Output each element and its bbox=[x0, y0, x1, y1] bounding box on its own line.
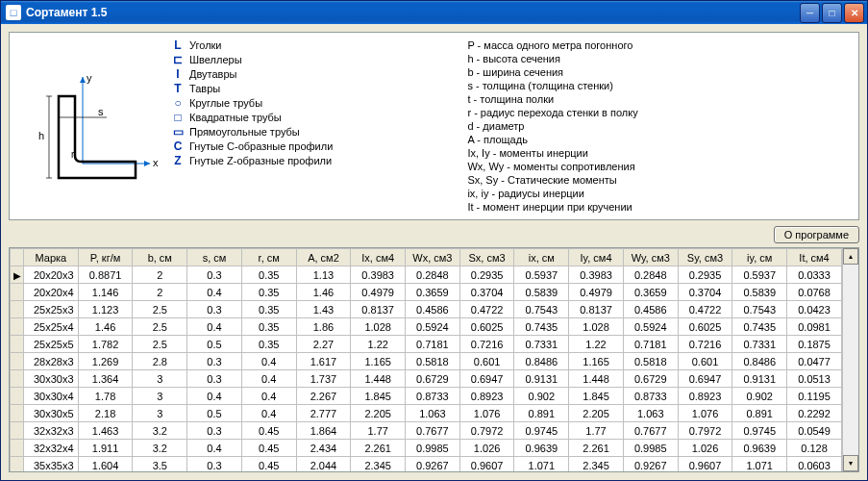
table-cell: 0.9985 bbox=[406, 440, 460, 457]
table-row[interactable]: ▶20x20x30.887120.30.351.130.39830.28480.… bbox=[11, 266, 842, 284]
table-cell: 0.891 bbox=[514, 405, 569, 422]
column-header[interactable]: Марка bbox=[24, 249, 79, 266]
column-header[interactable]: Ix, см4 bbox=[351, 249, 406, 266]
table-row[interactable]: 30x30x31.36430.30.41.7371.4480.67290.694… bbox=[11, 370, 842, 388]
scroll-up-button[interactable]: ▴ bbox=[843, 248, 858, 265]
table-cell: 20x20x4 bbox=[24, 284, 79, 301]
table-cell: 2.261 bbox=[351, 440, 406, 457]
close-button[interactable]: ✕ bbox=[844, 3, 864, 23]
table-row[interactable]: 30x30x52.1830.50.42.7772.2051.0631.0760.… bbox=[11, 405, 842, 422]
table-cell: 28x28x3 bbox=[24, 353, 79, 370]
table-cell: 0.2848 bbox=[623, 266, 678, 284]
legend-line: ix, iy - радиусы инерции bbox=[467, 187, 853, 200]
table-cell: 0.9985 bbox=[623, 440, 678, 457]
column-header[interactable]: s, см bbox=[187, 249, 242, 266]
profile-type-item[interactable]: □Квадратные трубы bbox=[169, 111, 458, 124]
profile-label: Прямоугольные трубы bbox=[189, 126, 300, 138]
table-row[interactable]: 25x25x41.462.50.40.351.861.0280.59240.60… bbox=[11, 318, 842, 336]
table-cell: 0.5 bbox=[187, 405, 242, 422]
table-cell: 0.35 bbox=[241, 336, 296, 353]
column-header[interactable]: Iy, см4 bbox=[569, 249, 624, 266]
table-cell: 35x35x3 bbox=[24, 457, 79, 472]
profile-type-item[interactable]: IДвутавры bbox=[169, 67, 458, 81]
profile-label: Уголки bbox=[189, 39, 222, 51]
profile-icon: C bbox=[171, 139, 185, 153]
column-header[interactable]: Sx, см3 bbox=[459, 249, 514, 266]
table-cell: 0.45 bbox=[241, 457, 296, 472]
profile-type-item[interactable]: LУголки bbox=[169, 38, 458, 52]
table-row[interactable]: 25x25x31.1232.50.30.351.430.81370.45860.… bbox=[11, 301, 842, 318]
table-cell: 0.4 bbox=[187, 318, 242, 336]
table-row[interactable]: 35x35x31.6043.50.30.452.0442.3450.92670.… bbox=[11, 457, 842, 472]
table-cell: 1.22 bbox=[351, 336, 406, 353]
table-row[interactable]: 32x32x41.9113.20.40.452.4342.2610.99851.… bbox=[11, 440, 842, 457]
table-cell: 0.601 bbox=[459, 353, 514, 370]
table-cell: 0.5818 bbox=[623, 353, 678, 370]
column-header[interactable]: P, кг/м bbox=[78, 249, 133, 266]
table-cell: 2.267 bbox=[296, 388, 351, 405]
profile-icon: I bbox=[171, 67, 185, 81]
table-cell: 0.7216 bbox=[678, 336, 732, 353]
profile-type-item[interactable]: ZГнутые Z-образные профили bbox=[169, 154, 458, 167]
table-cell: 0.4 bbox=[241, 370, 296, 388]
legend-line: s - толщина (толщина стенки) bbox=[467, 79, 853, 92]
table-cell: 1.77 bbox=[569, 422, 624, 440]
table-row[interactable]: 32x32x31.4633.20.30.451.8641.770.76770.7… bbox=[11, 422, 842, 440]
table-cell: 0.8486 bbox=[514, 353, 569, 370]
table-cell: 0.7543 bbox=[732, 301, 787, 318]
scroll-track[interactable] bbox=[843, 265, 858, 455]
table-cell: 1.737 bbox=[296, 370, 351, 388]
table-cell: 1.463 bbox=[78, 422, 133, 440]
table-cell: 1.076 bbox=[459, 405, 514, 422]
table-cell: 0.4 bbox=[241, 405, 296, 422]
table-cell: 0.3 bbox=[187, 301, 242, 318]
column-header[interactable]: ix, см bbox=[514, 249, 569, 266]
table-cell: 1.028 bbox=[569, 318, 624, 336]
profile-type-item[interactable]: ○Круглые трубы bbox=[169, 96, 458, 110]
table-cell: 0.4 bbox=[187, 388, 242, 405]
row-header bbox=[11, 353, 24, 370]
table-cell: 0.5839 bbox=[514, 284, 569, 301]
table-cell: 32x32x3 bbox=[24, 422, 79, 440]
row-header bbox=[11, 440, 24, 457]
about-button[interactable]: О программе bbox=[774, 226, 859, 243]
minimize-button[interactable]: ─ bbox=[800, 3, 820, 23]
table-row[interactable]: 30x30x41.7830.40.42.2671.8450.87330.8923… bbox=[11, 388, 842, 405]
table-cell: 0.3 bbox=[187, 457, 242, 472]
data-grid[interactable]: МаркаP, кг/мb, смs, смr, смA, см2Ix, см4… bbox=[9, 247, 859, 472]
table-cell: 2.434 bbox=[296, 440, 351, 457]
titlebar[interactable]: □ Сортамент 1.5 ─ □ ✕ bbox=[1, 1, 867, 24]
table-row[interactable]: 20x20x41.14620.40.351.460.49790.36590.37… bbox=[11, 284, 842, 301]
profile-type-item[interactable]: TТавры bbox=[169, 82, 458, 95]
column-header[interactable]: iy, см bbox=[732, 249, 787, 266]
profile-type-item[interactable]: ▭Прямоугольные трубы bbox=[169, 125, 458, 139]
table-cell: 0.9131 bbox=[514, 370, 569, 388]
table-row[interactable]: 25x25x51.7822.50.50.352.271.220.71810.72… bbox=[11, 336, 842, 353]
profile-type-item[interactable]: ⊏Швеллеры bbox=[169, 53, 458, 66]
table-cell: 0.4 bbox=[241, 353, 296, 370]
scroll-down-button[interactable]: ▾ bbox=[843, 455, 858, 471]
column-header[interactable]: A, см2 bbox=[296, 249, 351, 266]
profile-label: Швеллеры bbox=[189, 54, 242, 65]
table-cell: 2.5 bbox=[133, 336, 187, 353]
vertical-scrollbar[interactable]: ▴ ▾ bbox=[842, 248, 858, 471]
maximize-button[interactable]: □ bbox=[822, 3, 842, 23]
table-cell: 3.2 bbox=[133, 440, 187, 457]
profile-type-item[interactable]: CГнутые С-образные профили bbox=[169, 139, 458, 153]
table-cell: 0.7677 bbox=[406, 422, 460, 440]
table-cell: 0.7543 bbox=[514, 301, 569, 318]
row-header bbox=[11, 370, 24, 388]
table-cell: 0.6947 bbox=[459, 370, 514, 388]
column-header[interactable]: Wy, см3 bbox=[623, 249, 678, 266]
table-cell: 0.8923 bbox=[678, 388, 732, 405]
column-header[interactable]: Sy, см3 bbox=[678, 249, 732, 266]
column-header[interactable]: b, см bbox=[133, 249, 187, 266]
table-cell: 0.8733 bbox=[623, 388, 678, 405]
column-header[interactable]: It, см4 bbox=[787, 249, 842, 266]
column-header[interactable]: Wx, см3 bbox=[406, 249, 460, 266]
table-cell: 2.261 bbox=[569, 440, 624, 457]
table-cell: 2.345 bbox=[351, 457, 406, 472]
table-row[interactable]: 28x28x31.2692.80.30.41.6171.1650.58180.6… bbox=[11, 353, 842, 370]
column-header[interactable]: r, см bbox=[241, 249, 296, 266]
table-cell: 3.2 bbox=[133, 422, 187, 440]
